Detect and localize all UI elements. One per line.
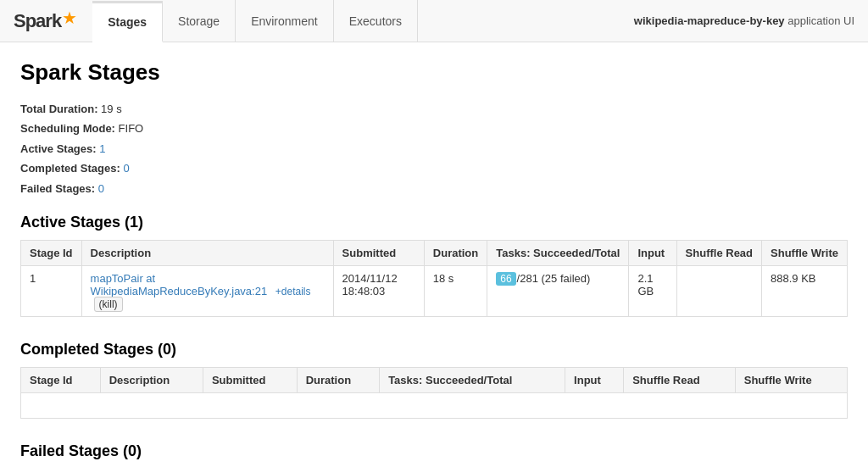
completed-stages-header-row: Stage Id Description Submitted Duration … — [21, 367, 848, 392]
scheduling-mode-row: Scheduling Mode: FIFO — [20, 119, 848, 138]
spark-logo-text: Spark — [14, 10, 61, 32]
spark-star-icon: ★ — [62, 8, 77, 28]
active-stages-label: Active Stages: — [20, 142, 97, 155]
duration-cell: 18 s — [424, 265, 487, 316]
completed-stages-tbody — [21, 392, 848, 418]
col-input-c: Input — [565, 367, 624, 392]
col-submitted-c: Submitted — [203, 367, 297, 392]
completed-stages-link[interactable]: 0 — [123, 162, 129, 175]
col-stage-id-c: Stage Id — [21, 367, 101, 392]
col-submitted: Submitted — [333, 240, 424, 265]
tasks-cell: 66/281 (25 failed) — [487, 265, 629, 316]
stage-description-link[interactable]: mapToPair at WikipediaMapReduceByKey.jav… — [91, 272, 268, 297]
tab-executors[interactable]: Executors — [334, 0, 418, 42]
stage-details-link[interactable]: +details — [275, 286, 311, 297]
total-duration-label: Total Duration: — [20, 103, 97, 115]
stage-kill-link[interactable]: (kill) — [94, 297, 123, 312]
active-stages-table: Stage Id Description Submitted Duration … — [20, 240, 848, 317]
tab-environment-link[interactable]: Environment — [236, 0, 334, 42]
total-duration-value: 19 s — [101, 103, 122, 115]
page-title: Spark Stages — [20, 59, 848, 86]
brand-logo: Spark★ — [14, 10, 77, 32]
completed-stages-row: Completed Stages: 0 — [20, 158, 848, 178]
tab-storage-link[interactable]: Storage — [163, 0, 236, 42]
col-stage-id: Stage Id — [21, 240, 82, 265]
app-title-suffix: application UI — [787, 14, 854, 27]
main-content: Spark Stages Total Duration: 19 s Schedu… — [0, 42, 868, 467]
tab-stages[interactable]: Stages — [92, 0, 163, 42]
completed-stages-label: Completed Stages: — [20, 162, 120, 175]
col-tasks-c: Tasks: Succeeded/Total — [380, 367, 565, 392]
summary-block: Total Duration: 19 s Scheduling Mode: FI… — [20, 99, 848, 198]
col-shuffle-write-c: Shuffle Write — [735, 367, 847, 392]
stage-id-cell: 1 — [21, 265, 82, 316]
table-row: 1 mapToPair at WikipediaMapReduceByKey.j… — [21, 265, 848, 316]
submitted-cell: 2014/11/12 18:48:03 — [333, 265, 424, 316]
col-duration: Duration — [424, 240, 487, 265]
active-stages-section-title: Active Stages (1) — [20, 214, 848, 231]
nav-tabs: Stages Storage Environment Executors — [92, 0, 418, 42]
tab-storage[interactable]: Storage — [163, 0, 236, 42]
scheduling-mode-value: FIFO — [119, 122, 144, 135]
total-duration-row: Total Duration: 19 s — [20, 99, 848, 119]
shuffle-write-cell: 888.9 KB — [762, 265, 848, 316]
tab-executors-link[interactable]: Executors — [334, 0, 418, 42]
active-stages-row: Active Stages: 1 — [20, 139, 848, 158]
table-row — [21, 392, 848, 418]
active-stages-thead: Stage Id Description Submitted Duration … — [21, 240, 848, 265]
active-stages-tbody: 1 mapToPair at WikipediaMapReduceByKey.j… — [21, 265, 848, 316]
shuffle-read-cell — [676, 265, 761, 316]
failed-stages-label: Failed Stages: — [20, 182, 95, 195]
col-description: Description — [81, 240, 333, 265]
app-name-text: wikipedia-mapreduce-by-key — [634, 14, 785, 27]
tasks-rest: /281 (25 failed) — [517, 272, 591, 285]
failed-stages-link[interactable]: 0 — [98, 182, 104, 195]
completed-stages-table: Stage Id Description Submitted Duration … — [20, 367, 848, 419]
tasks-badge: 66 — [496, 272, 515, 286]
active-stages-link[interactable]: 1 — [99, 142, 105, 155]
tab-environment[interactable]: Environment — [236, 0, 334, 42]
failed-stages-section-title: Failed Stages (0) — [20, 442, 848, 460]
col-shuffle-read-c: Shuffle Read — [624, 367, 736, 392]
col-duration-c: Duration — [297, 367, 380, 392]
empty-cell-c — [21, 392, 848, 418]
completed-stages-thead: Stage Id Description Submitted Duration … — [21, 367, 848, 392]
description-cell: mapToPair at WikipediaMapReduceByKey.jav… — [81, 265, 333, 316]
col-tasks: Tasks: Succeeded/Total — [487, 240, 629, 265]
active-stages-header-row: Stage Id Description Submitted Duration … — [21, 240, 848, 265]
col-shuffle-write: Shuffle Write — [762, 240, 848, 265]
col-description-c: Description — [100, 367, 203, 392]
col-input: Input — [629, 240, 676, 265]
completed-stages-section-title: Completed Stages (0) — [20, 341, 848, 359]
scheduling-mode-label: Scheduling Mode: — [20, 122, 115, 135]
navbar: Spark★ Stages Storage Environment Execut… — [0, 0, 868, 42]
app-name: wikipedia-mapreduce-by-key application U… — [634, 14, 854, 27]
tab-stages-link[interactable]: Stages — [92, 1, 163, 42]
input-cell: 2.1 GB — [629, 265, 676, 316]
failed-stages-row: Failed Stages: 0 — [20, 179, 848, 198]
col-shuffle-read: Shuffle Read — [676, 240, 761, 265]
